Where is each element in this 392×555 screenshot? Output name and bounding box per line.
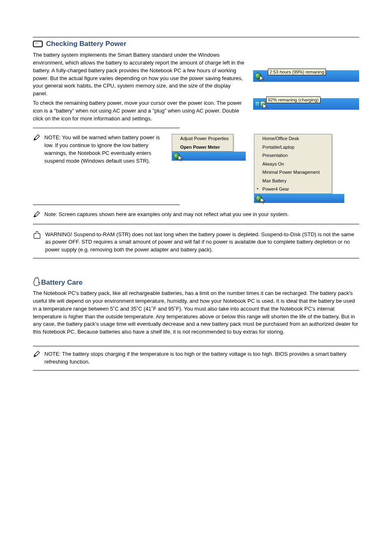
tooltip-text-1: 2:53 hours (99%) remaning (268, 69, 326, 75)
paragraph-2: To check the remaining battery power, mo… (33, 99, 246, 123)
note-2: Note: Screen captures shown here are exa… (44, 211, 359, 219)
power-scheme-item[interactable]: Power4 Gear (254, 185, 332, 193)
pen-icon-2 (33, 211, 40, 220)
battery-care-title: Battery Care (41, 279, 83, 287)
hand-stop-icon (33, 277, 41, 288)
pen-icon-3 (33, 350, 40, 359)
cursor-icon-2 (262, 103, 270, 111)
power-scheme-item[interactable]: Home/Office Desk (254, 134, 332, 143)
pen-icon (33, 134, 40, 143)
battery-care-paragraph: The Notebook PC's battery pack, like all… (33, 290, 359, 336)
power-scheme-item[interactable]: Max Battery (254, 177, 332, 185)
warning-text: WARNING! Suspend-to-RAM (STR) does not l… (45, 231, 359, 254)
cursor-icon-4 (260, 197, 267, 205)
menu-item-open-power-meter[interactable]: Open Power Meter (172, 143, 233, 152)
menu-item-adjust-power[interactable]: Adjust Power Properties (172, 134, 233, 143)
power-scheme-item[interactable]: Always On (254, 160, 332, 168)
note-1: NOTE: You will be warned when battery po… (44, 134, 164, 165)
power-scheme-item[interactable]: Minimal Power Management (254, 168, 332, 177)
bottom-note: NOTE: The battery stops charging if the … (44, 350, 359, 366)
context-menu-large: Home/Office DeskPortable/LaptopPresentat… (254, 134, 332, 194)
tooltip-charging: 92% remaning (charging) When the AC powe… (253, 98, 359, 110)
power-scheme-item[interactable]: Presentation (254, 151, 332, 160)
power-scheme-item[interactable]: Portable/Laptop (254, 143, 332, 152)
cursor-icon-3 (178, 155, 185, 162)
tooltip-remaining-time: 2:53 hours (99%) remaning Move your mous… (253, 70, 359, 82)
warning-icon (33, 231, 41, 241)
paragraph-1: The battery system implements the Smart … (33, 51, 246, 98)
battery-section-icon (33, 41, 43, 47)
context-menu-small: Adjust Power Properties Open Power Meter (172, 134, 233, 152)
cursor-icon (259, 75, 266, 83)
tooltip-text-2: 92% remaning (charging) (266, 97, 321, 103)
section-title: Checking Battery Power (46, 40, 127, 48)
